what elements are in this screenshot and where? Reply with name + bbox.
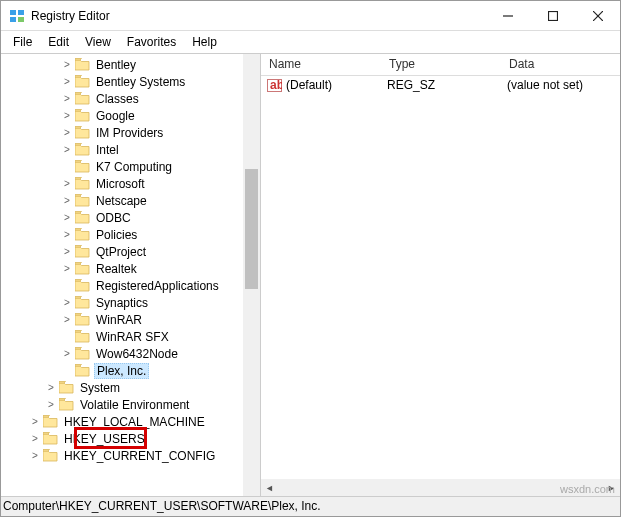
folder-icon xyxy=(59,398,74,411)
folder-icon xyxy=(75,58,90,71)
tree-item-label: ODBC xyxy=(94,211,133,225)
expander-icon[interactable]: > xyxy=(61,93,73,104)
folder-icon xyxy=(75,160,90,173)
expander-icon[interactable]: > xyxy=(61,212,73,223)
expander-icon[interactable]: > xyxy=(61,314,73,325)
hscroll-left-button[interactable]: ◄ xyxy=(261,479,278,496)
expander-icon[interactable]: > xyxy=(61,178,73,189)
tree-item[interactable]: RegisteredApplications xyxy=(1,277,260,294)
folder-icon xyxy=(43,415,58,428)
expander-icon[interactable]: > xyxy=(45,399,57,410)
folder-icon xyxy=(75,330,90,343)
tree-item[interactable]: >Bentley Systems xyxy=(1,73,260,90)
tree-item[interactable]: >HKEY_USERS xyxy=(1,430,260,447)
expander-icon[interactable]: > xyxy=(61,144,73,155)
tree-item[interactable]: >IM Providers xyxy=(1,124,260,141)
menu-file[interactable]: File xyxy=(5,33,40,51)
folder-icon xyxy=(75,92,90,105)
folder-icon xyxy=(43,449,58,462)
close-button[interactable] xyxy=(575,1,620,30)
expander-icon[interactable]: > xyxy=(61,348,73,359)
tree-item[interactable]: >HKEY_CURRENT_CONFIG xyxy=(1,447,260,464)
tree-item-label: HKEY_LOCAL_MACHINE xyxy=(62,415,207,429)
tree-item[interactable]: >Classes xyxy=(1,90,260,107)
expander-icon[interactable]: > xyxy=(61,246,73,257)
tree-item[interactable]: >Intel xyxy=(1,141,260,158)
tree-item-label: Microsoft xyxy=(94,177,147,191)
hscroll-track[interactable] xyxy=(278,479,603,496)
tree-item[interactable]: >HKEY_LOCAL_MACHINE xyxy=(1,413,260,430)
expander-icon[interactable]: > xyxy=(61,195,73,206)
expander-icon[interactable]: > xyxy=(29,433,41,444)
svg-rect-1 xyxy=(18,10,24,15)
tree-item-label: IM Providers xyxy=(94,126,165,140)
content: >Bentley>Bentley Systems>Classes>Google>… xyxy=(1,53,620,496)
tree-item-label: K7 Computing xyxy=(94,160,174,174)
tree-item[interactable]: >Policies xyxy=(1,226,260,243)
col-name[interactable]: Name xyxy=(261,54,381,75)
folder-icon xyxy=(75,177,90,190)
col-type[interactable]: Type xyxy=(381,54,501,75)
folder-icon xyxy=(75,126,90,139)
tree-item-label: System xyxy=(78,381,122,395)
expander-icon[interactable]: > xyxy=(29,450,41,461)
maximize-button[interactable] xyxy=(530,1,575,30)
svg-text:ab: ab xyxy=(270,78,282,92)
expander-icon[interactable]: > xyxy=(29,416,41,427)
menu-favorites[interactable]: Favorites xyxy=(119,33,184,51)
tree-item-label: Wow6432Node xyxy=(94,347,180,361)
tree-item[interactable]: >Bentley xyxy=(1,56,260,73)
folder-icon xyxy=(75,296,90,309)
tree-pane: >Bentley>Bentley Systems>Classes>Google>… xyxy=(1,54,261,496)
tree-item[interactable]: Plex, Inc. xyxy=(1,362,260,379)
folder-icon xyxy=(59,381,74,394)
folder-icon xyxy=(75,364,90,377)
tree-item[interactable]: WinRAR SFX xyxy=(1,328,260,345)
list-header: Name Type Data xyxy=(261,54,620,76)
tree-item[interactable]: >WinRAR xyxy=(1,311,260,328)
tree-item-label: Bentley xyxy=(94,58,138,72)
svg-rect-5 xyxy=(548,11,557,20)
expander-icon[interactable]: > xyxy=(61,127,73,138)
tree-item-label: Google xyxy=(94,109,137,123)
tree-item[interactable]: >Realtek xyxy=(1,260,260,277)
status-path: Computer\HKEY_CURRENT_USER\SOFTWARE\Plex… xyxy=(3,499,321,513)
tree-item[interactable]: >System xyxy=(1,379,260,396)
menu-help[interactable]: Help xyxy=(184,33,225,51)
hscroll-right-button[interactable]: ► xyxy=(603,479,620,496)
tree-item[interactable]: >Wow6432Node xyxy=(1,345,260,362)
tree-item-label: HKEY_USERS xyxy=(62,432,147,446)
expander-icon[interactable]: > xyxy=(61,229,73,240)
tree-vscrollbar[interactable] xyxy=(243,54,260,496)
list-hscrollbar[interactable]: ◄ ► xyxy=(261,479,620,496)
minimize-button[interactable] xyxy=(485,1,530,30)
tree-item[interactable]: >Microsoft xyxy=(1,175,260,192)
folder-icon xyxy=(75,245,90,258)
menu-view[interactable]: View xyxy=(77,33,119,51)
tree-item[interactable]: >ODBC xyxy=(1,209,260,226)
expander-icon[interactable]: > xyxy=(61,76,73,87)
titlebar[interactable]: Registry Editor xyxy=(1,1,620,31)
folder-icon xyxy=(43,432,58,445)
menu-edit[interactable]: Edit xyxy=(40,33,77,51)
tree-item-label: Plex, Inc. xyxy=(94,363,149,379)
tree-vscrollbar-thumb[interactable] xyxy=(245,169,258,289)
expander-icon[interactable]: > xyxy=(61,110,73,121)
tree-item-label: Bentley Systems xyxy=(94,75,187,89)
col-data[interactable]: Data xyxy=(501,54,620,75)
folder-icon xyxy=(75,143,90,156)
tree-item-label: WinRAR SFX xyxy=(94,330,171,344)
expander-icon[interactable]: > xyxy=(45,382,57,393)
expander-icon[interactable]: > xyxy=(61,297,73,308)
list-row[interactable]: ab(Default)REG_SZ(value not set) xyxy=(261,76,620,94)
folder-icon xyxy=(75,262,90,275)
expander-icon[interactable]: > xyxy=(61,59,73,70)
tree-item[interactable]: >QtProject xyxy=(1,243,260,260)
svg-rect-3 xyxy=(18,17,24,22)
tree-item[interactable]: >Google xyxy=(1,107,260,124)
tree-item[interactable]: K7 Computing xyxy=(1,158,260,175)
tree-item[interactable]: >Synaptics xyxy=(1,294,260,311)
tree-item[interactable]: >Netscape xyxy=(1,192,260,209)
expander-icon[interactable]: > xyxy=(61,263,73,274)
tree-item[interactable]: >Volatile Environment xyxy=(1,396,260,413)
